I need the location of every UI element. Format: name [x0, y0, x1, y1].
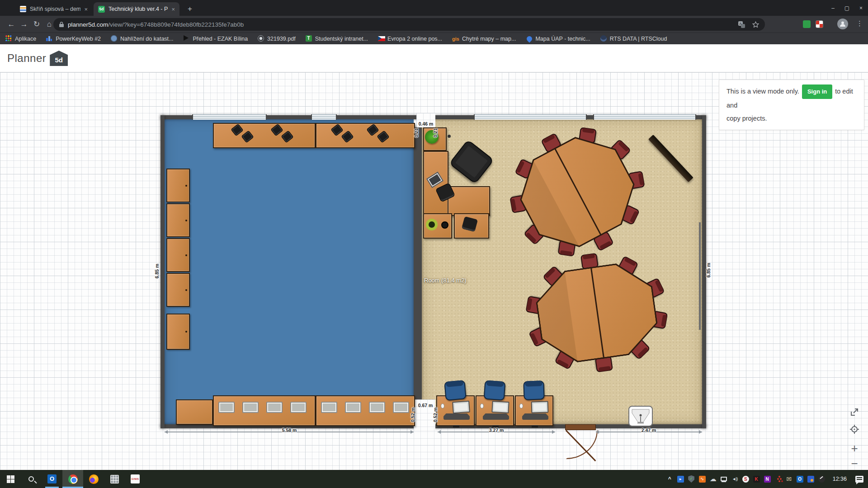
taskbar-clock[interactable]: 12:36: [833, 476, 847, 482]
calculator-icon: [110, 475, 119, 483]
floorplan: Room (81.4 m2) 5.58 m 3.27 m 2.47 m 6.85…: [0, 0, 868, 488]
table-foot: [532, 425, 538, 427]
radiator: [699, 222, 701, 330]
dimension-label: 0.21: [414, 126, 419, 140]
hidden-icons-chevron[interactable]: ^: [665, 475, 674, 483]
taskbar-outlook[interactable]: O: [42, 470, 62, 488]
conference-table-group[interactable]: [532, 259, 661, 367]
kaspersky-tray-icon[interactable]: K: [752, 475, 761, 483]
onedrive-tray-icon[interactable]: ☁: [709, 475, 717, 483]
sign-in-button[interactable]: Sign in: [802, 84, 832, 99]
mouse: [480, 404, 484, 408]
cabinet[interactable]: [166, 273, 190, 307]
center-view-icon[interactable]: [848, 423, 861, 436]
keyboard-tray: [443, 413, 470, 420]
wall-left: [160, 115, 165, 428]
pot: [441, 221, 448, 229]
volume-tray-icon[interactable]: ◄)): [731, 475, 739, 483]
dimension-label: 5.58 m: [271, 427, 307, 433]
outlook-tray-icon[interactable]: O: [796, 475, 804, 483]
dimension-label: 2.47 m: [631, 427, 667, 433]
network-tray-icon[interactable]: [720, 475, 728, 483]
dimension-label: 6.85 m: [706, 259, 711, 282]
view-mode-notice: This is a view mode only.Sign into edit …: [719, 80, 864, 130]
dimension-label: 3.27 m: [478, 427, 514, 433]
firefox-icon: [89, 474, 99, 484]
fullscreen-icon[interactable]: [848, 406, 861, 418]
notification-center-icon[interactable]: [855, 476, 863, 483]
monitor[interactable]: [452, 401, 470, 414]
counter-table[interactable]: [213, 123, 316, 148]
monitor[interactable]: [345, 402, 361, 413]
taskbar-ginis[interactable]: GINIS: [125, 470, 146, 488]
cabinet[interactable]: [166, 238, 190, 272]
floorplan-canvas[interactable]: Room (81.4 m2) 5.58 m 3.27 m 2.47 m 6.85…: [0, 72, 868, 470]
onenote-clip-tray-icon[interactable]: N: [763, 475, 772, 483]
bowl: [426, 219, 438, 230]
mail-tray-icon[interactable]: ✉: [785, 475, 793, 483]
notice-text: copy projects.: [726, 115, 767, 122]
room-area-label: Room (81.4 m2): [424, 277, 467, 284]
zoom-in-button[interactable]: +: [848, 442, 861, 455]
side-table[interactable]: [176, 399, 213, 425]
cabinet[interactable]: [166, 203, 190, 237]
windows-logo-icon: [7, 475, 14, 483]
zoom-out-button[interactable]: −: [848, 457, 861, 470]
monitor[interactable]: [266, 402, 283, 413]
door-knob: [448, 135, 451, 138]
mouse: [519, 404, 523, 408]
blue-chair[interactable]: [484, 380, 506, 400]
window-top-right-1[interactable]: [474, 114, 587, 120]
network-dots-tray-icon[interactable]: [774, 475, 783, 483]
keyboard-tray: [522, 413, 548, 420]
workstation[interactable]: [436, 395, 475, 426]
monitor[interactable]: [393, 402, 409, 413]
notice-text: This is a view mode only.: [726, 88, 799, 95]
outlook-icon: O: [47, 474, 57, 483]
mouse: [441, 404, 444, 408]
projection-screen[interactable]: [628, 406, 653, 427]
taskbar-chrome[interactable]: [62, 470, 83, 488]
table-foot: [453, 425, 459, 427]
badge-s-tray-icon[interactable]: S: [741, 475, 750, 483]
chrome-icon: [68, 474, 78, 484]
screenshot-tray-icon[interactable]: [807, 475, 815, 483]
search-button[interactable]: [21, 470, 42, 488]
dimension-label: 0.21: [433, 126, 438, 140]
start-button[interactable]: [0, 470, 21, 488]
cabinet[interactable]: [166, 314, 190, 350]
workstation[interactable]: [476, 395, 514, 426]
taskbar-calc-app[interactable]: [104, 470, 125, 488]
blue-chair[interactable]: [523, 380, 544, 400]
monitor[interactable]: [242, 402, 259, 413]
ginis-icon: GINIS: [131, 474, 140, 483]
defender-tray-icon[interactable]: ✓: [687, 475, 696, 483]
screen: Skříň spisová – demontovaná, 19 × 5d Tec…: [0, 0, 868, 488]
satellite-tray-icon[interactable]: [817, 475, 826, 483]
monitor[interactable]: [491, 401, 509, 413]
monitor[interactable]: [369, 402, 385, 413]
workstation[interactable]: [515, 395, 553, 426]
blue-chair[interactable]: [444, 380, 466, 401]
dimension-label: 6.85 m: [154, 260, 160, 282]
window-top-left-2[interactable]: [311, 114, 337, 120]
taskbar-firefox[interactable]: [83, 470, 104, 488]
java-tray-icon[interactable]: ∿: [698, 475, 707, 483]
installer-tray-icon[interactable]: ▸: [676, 475, 685, 483]
l-desk-horizontal[interactable]: [448, 186, 490, 216]
monitor[interactable]: [531, 401, 549, 413]
monitor[interactable]: [321, 402, 337, 413]
cabinet[interactable]: [166, 169, 190, 202]
windows-taskbar: O GINIS ^ ▸ ✓ ∿ ☁ ◄)) S K N ✉ O 12:36: [0, 470, 868, 488]
window-top-right-2[interactable]: [593, 114, 696, 120]
dimension-label: 0.52 m: [410, 405, 415, 424]
dimension-label: 0.52 m: [433, 405, 438, 424]
monitor[interactable]: [290, 402, 307, 413]
keyboard-tray: [483, 413, 509, 420]
window-top-left-1[interactable]: [192, 114, 267, 120]
wall-divider: [414, 127, 422, 400]
door[interactable]: [565, 424, 596, 430]
counter-table[interactable]: [316, 123, 415, 148]
room-left-floor[interactable]: [165, 119, 414, 424]
monitor[interactable]: [218, 402, 235, 413]
